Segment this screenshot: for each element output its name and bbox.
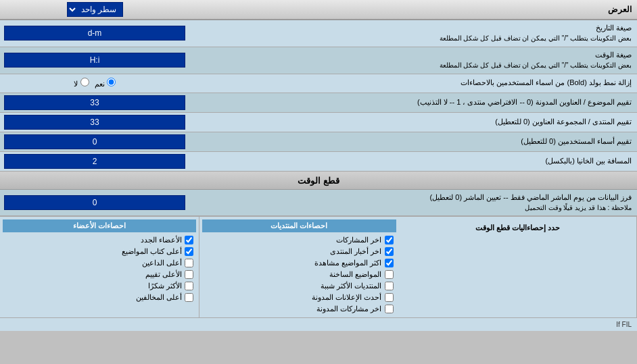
distance-label: المسافة بين الخانيا (بالبكسل) <box>189 153 637 169</box>
radio-no[interactable] <box>80 78 89 86</box>
forum-group-input-cell <box>0 113 189 132</box>
time-format-input-cell <box>0 51 189 70</box>
bottom-note-text: If FIL <box>616 321 632 328</box>
stats-members-item-2: أعلى الداعين <box>3 257 196 269</box>
stats-members-item-0: الأعضاء الجدد <box>3 234 196 246</box>
stats-posts-item-1: اخر أخبار المنتدى <box>202 246 396 257</box>
stats-posts-col: احصاءات المنتديات اخر المشاركات اخر أخبا… <box>199 217 398 317</box>
checkbox-members-5[interactable] <box>185 293 193 302</box>
bold-remove-label: إزالة نمط بولد (Bold) من اسماء المستخدمي… <box>189 75 637 90</box>
stats-members-header: احصاءات الأعضاء <box>3 219 196 232</box>
stats-section: حدد إحصاءاليات قطع الوقت احصاءات المنتدي… <box>0 216 637 317</box>
forum-topic-input-cell <box>0 93 189 112</box>
checkbox-posts-5[interactable] <box>385 293 394 302</box>
distance-input-cell <box>0 152 189 171</box>
radio-yes[interactable] <box>107 78 116 86</box>
date-format-input[interactable] <box>4 26 185 41</box>
checkbox-posts-0[interactable] <box>385 236 394 244</box>
stats-members-item-5: أعلى المخالفين <box>3 292 196 303</box>
bold-remove-radio-group: نعم لا <box>74 78 115 88</box>
display-select-cell[interactable]: سطر واحد سطرين ثلاثة أسطر <box>0 0 189 19</box>
stats-members-col: احصاءات الأعضاء الأعضاء الجدد أعلى كتاب … <box>0 217 199 317</box>
bottom-note: If FIL <box>0 317 637 331</box>
user-names-input-cell <box>0 132 189 151</box>
checkbox-members-4[interactable] <box>185 282 193 290</box>
user-names-label: تقييم أسماء المستخدمين (0 للتعطيل) <box>189 134 637 149</box>
stats-posts-item-5: أحدث الإعلانات المدونة <box>202 292 396 303</box>
cutoff-input[interactable] <box>4 195 185 210</box>
forum-topic-input[interactable] <box>4 95 185 110</box>
time-format-label: صيغة الوقت بعض التكوينات يتطلب "/" التي … <box>189 47 637 74</box>
cutoff-section-title: قطع الوقت <box>0 172 637 190</box>
checkbox-members-0[interactable] <box>185 236 193 244</box>
forum-topic-label: تقييم الموضوع / العناوين المدونة (0 -- ا… <box>189 95 637 110</box>
distance-input[interactable] <box>4 154 185 169</box>
cutoff-input-cell <box>0 193 189 212</box>
stats-members-item-1: أعلى كتاب المواضيع <box>3 246 196 257</box>
stats-posts-header: احصاءات المنتديات <box>202 219 396 232</box>
checkbox-posts-4[interactable] <box>385 282 394 290</box>
radio-label-no[interactable]: لا <box>74 78 89 88</box>
checkbox-posts-6[interactable] <box>385 305 394 313</box>
user-names-input[interactable] <box>4 134 185 149</box>
checkbox-members-3[interactable] <box>185 270 193 279</box>
radio-label-yes[interactable]: نعم <box>95 78 116 88</box>
stats-posts-item-3: المواضيع الساخنة <box>202 269 396 280</box>
forum-group-input[interactable] <box>4 115 185 130</box>
stats-limit-label: حدد إحصاءاليات قطع الوقت <box>402 219 634 236</box>
checkbox-posts-3[interactable] <box>385 270 394 279</box>
stats-members-item-4: الأكثر شكرًا <box>3 280 196 292</box>
bold-remove-radio-cell: نعم لا <box>0 76 189 90</box>
display-select[interactable]: سطر واحد سطرين ثلاثة أسطر <box>67 2 123 17</box>
stats-posts-item-6: اخر مشاركات المدونة <box>202 303 396 315</box>
date-format-input-cell <box>0 24 189 43</box>
checkbox-posts-2[interactable] <box>385 259 394 267</box>
time-format-input[interactable] <box>4 53 185 68</box>
header-label: العرض <box>189 3 637 16</box>
stats-limit-label-col: حدد إحصاءاليات قطع الوقت <box>399 217 638 317</box>
stats-members-item-3: الأعلى تقييم <box>3 269 196 280</box>
stats-posts-item-4: المنتديات الأكثر شببة <box>202 280 396 292</box>
stats-posts-item-2: اكثر المواضيع مشاهدة <box>202 257 396 269</box>
checkbox-members-2[interactable] <box>185 259 193 267</box>
date-format-label: صيغة التاريخ بعض التكوينات يتطلب "/" الت… <box>189 20 637 47</box>
cutoff-label: فرز البيانات من يوم الماشر الماضي فقط --… <box>189 190 637 216</box>
stats-posts-item-0: اخر المشاركات <box>202 234 396 246</box>
checkbox-posts-1[interactable] <box>385 247 394 256</box>
checkbox-members-1[interactable] <box>185 247 193 256</box>
forum-group-label: تقييم المنتدى / المجموعة العناوين (0 للت… <box>189 114 637 130</box>
